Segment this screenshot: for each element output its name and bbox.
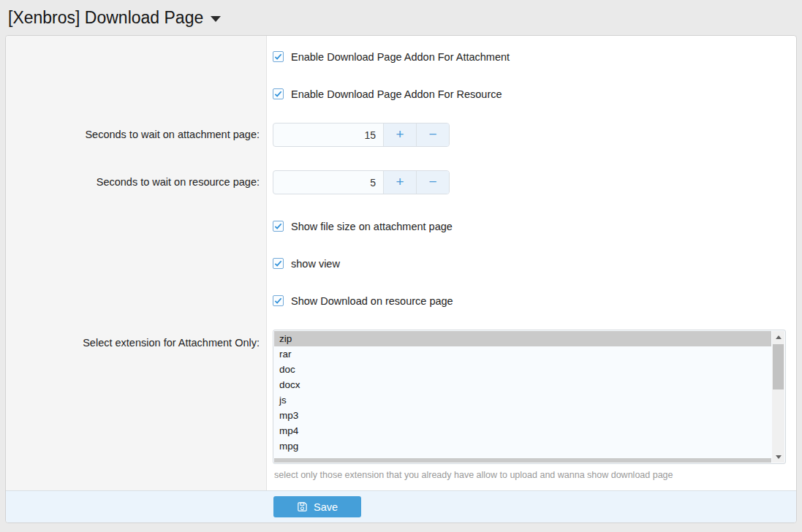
extension-option[interactable]: doc (274, 362, 771, 377)
extension-select-label: Select extension for Attachment Only: (6, 330, 267, 480)
seconds-resource-label: Seconds to wait on resource page: (6, 170, 267, 194)
checkmark-icon (274, 90, 282, 98)
increment-button[interactable]: + (383, 123, 416, 146)
show-filesize-checkbox-wrap[interactable]: Show file size on attachment page (273, 220, 453, 232)
row-show-filesize: Show file size on attachment page (6, 220, 796, 232)
enable-attachment-checkbox-wrap[interactable]: Enable Download Page Addon For Attachmen… (273, 50, 510, 63)
show-view-checkbox[interactable] (273, 258, 284, 269)
page-title: [Xenbros] Download Page (8, 8, 221, 28)
enable-resource-checkbox[interactable] (273, 88, 284, 99)
row-seconds-resource: Seconds to wait on resource page: + − (6, 170, 796, 194)
checkbox-label: Enable Download Page Addon For Resource (291, 88, 502, 100)
chevron-down-icon[interactable] (211, 16, 221, 22)
extension-listbox[interactable]: ziprardocdocxjsmp3mp4mpg (273, 330, 786, 464)
seconds-resource-spinbox: + − (273, 170, 450, 194)
seconds-attachment-input[interactable] (273, 123, 383, 146)
extension-option[interactable]: mp4 (274, 423, 771, 438)
enable-resource-checkbox-wrap[interactable]: Enable Download Page Addon For Resource (273, 88, 502, 100)
checkbox-label: Show file size on attachment page (291, 221, 453, 232)
save-button[interactable]: Save (273, 496, 361, 517)
show-filesize-checkbox[interactable] (273, 221, 284, 232)
checkmark-icon (274, 222, 282, 230)
extension-option[interactable]: docx (274, 377, 771, 392)
checkbox-label: show view (291, 258, 340, 270)
decrement-button[interactable]: − (416, 123, 449, 146)
extension-option[interactable]: js (274, 392, 771, 408)
scrollbar-thumb[interactable] (773, 344, 784, 390)
show-view-checkbox-wrap[interactable]: show view (273, 257, 340, 270)
extension-option-partial[interactable] (274, 458, 771, 463)
increment-button[interactable]: + (383, 171, 416, 194)
extension-option[interactable]: zip (274, 331, 771, 346)
seconds-attachment-spinbox: + − (273, 123, 450, 147)
title-bar: [Xenbros] Download Page (0, 0, 802, 35)
checkmark-icon (274, 259, 282, 267)
row-seconds-attachment: Seconds to wait on attachment page: + − (6, 123, 796, 147)
form-body: Enable Download Page Addon For Attachmen… (6, 36, 796, 490)
row-show-download: Show Download on resource page (6, 294, 796, 307)
triangle-down-icon (776, 455, 782, 459)
floppy-disk-icon (297, 501, 308, 512)
row-extension-select: Select extension for Attachment Only: zi… (6, 330, 796, 480)
extension-list: ziprardocdocxjsmp3mp4mpg (274, 331, 771, 463)
settings-form: Enable Download Page Addon For Attachmen… (5, 35, 797, 523)
extension-option[interactable]: mp3 (274, 408, 771, 423)
show-download-checkbox[interactable] (273, 295, 284, 306)
decrement-button[interactable]: − (416, 171, 449, 194)
extension-select-hint: select only those extension that you alr… (273, 470, 796, 480)
save-button-label: Save (314, 501, 338, 513)
extension-option[interactable]: rar (274, 346, 771, 362)
checkbox-label: Enable Download Page Addon For Attachmen… (291, 51, 510, 63)
scroll-down-button[interactable] (772, 451, 784, 463)
row-enable-attachment: Enable Download Page Addon For Attachmen… (6, 50, 796, 63)
checkmark-icon (274, 53, 282, 61)
show-download-checkbox-wrap[interactable]: Show Download on resource page (273, 294, 453, 307)
seconds-attachment-label: Seconds to wait on attachment page: (6, 123, 267, 147)
form-footer: Save (6, 490, 796, 522)
row-show-view: show view (6, 257, 796, 270)
page-title-text: [Xenbros] Download Page (8, 8, 203, 28)
checkbox-label: Show Download on resource page (291, 295, 453, 307)
extension-option[interactable]: mpg (274, 438, 771, 454)
checkmark-icon (274, 297, 282, 305)
triangle-up-icon (776, 335, 782, 339)
listbox-scrollbar[interactable] (772, 331, 784, 463)
row-enable-resource: Enable Download Page Addon For Resource (6, 88, 796, 100)
enable-attachment-checkbox[interactable] (273, 51, 284, 62)
scroll-up-button[interactable] (772, 331, 784, 343)
seconds-resource-input[interactable] (273, 171, 383, 194)
